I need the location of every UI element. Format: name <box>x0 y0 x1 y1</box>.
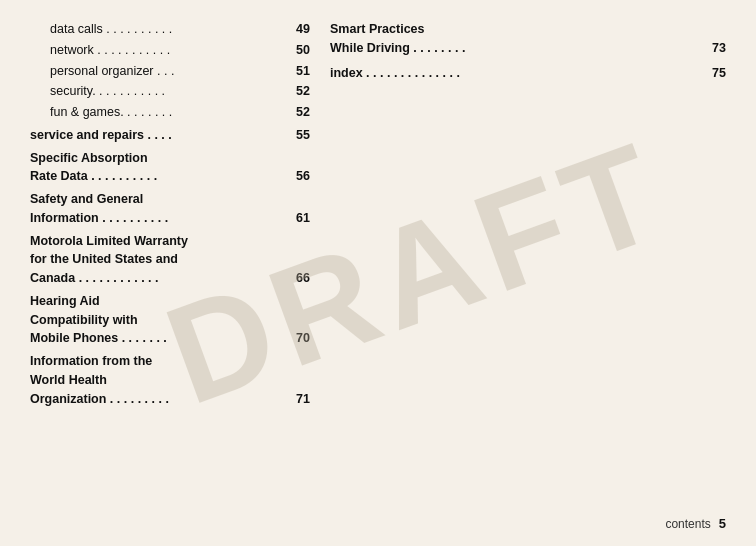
toc-page: 51 <box>286 62 310 81</box>
toc-label: for the United States and <box>30 250 178 269</box>
toc-label: While Driving . . . . . . . . <box>330 39 465 58</box>
toc-label: service and repairs . . . . <box>30 126 172 145</box>
toc-line: Specific Absorption <box>30 149 310 168</box>
toc-security: security. . . . . . . . . . . 52 <box>30 82 310 101</box>
toc-label: Canada . . . . . . . . . . . . <box>30 269 159 288</box>
toc-hearing-aid: Hearing Aid Compatibility with Mobile Ph… <box>30 292 310 348</box>
left-column: data calls . . . . . . . . . . 49 networ… <box>30 20 310 412</box>
footer-page: 5 <box>719 516 726 531</box>
toc-line: Mobile Phones . . . . . . . 70 <box>30 329 310 348</box>
toc-personal-organizer: personal organizer . . . 51 <box>30 62 310 81</box>
toc-label: fun & games. . . . . . . . <box>50 103 172 122</box>
toc-label: network . . . . . . . . . . . <box>50 41 170 60</box>
toc-page: 50 <box>286 41 310 60</box>
toc-label: Information from the <box>30 352 152 371</box>
toc-who-information: Information from the World Health Organi… <box>30 352 310 408</box>
toc-label: Motorola Limited Warranty <box>30 232 188 251</box>
toc-label: Hearing Aid <box>30 292 100 311</box>
toc-page: 49 <box>286 20 310 39</box>
toc-page: 66 <box>286 269 310 288</box>
toc-label: data calls . . . . . . . . . . <box>50 20 172 39</box>
toc-line: Information . . . . . . . . . . 61 <box>30 209 310 228</box>
footer: contents 5 <box>665 516 726 531</box>
toc-page: 52 <box>286 103 310 122</box>
page-container: DRAFT data calls . . . . . . . . . . 49 … <box>0 0 756 546</box>
toc-motorola-warranty: Motorola Limited Warranty for the United… <box>30 232 310 288</box>
toc-line: Information from the <box>30 352 310 371</box>
toc-label: Information . . . . . . . . . . <box>30 209 168 228</box>
toc-service-repairs: service and repairs . . . . 55 <box>30 126 310 145</box>
toc-safety-general: Safety and General Information . . . . .… <box>30 190 310 228</box>
toc-label: Specific Absorption <box>30 149 148 168</box>
toc-line: Rate Data . . . . . . . . . . 56 <box>30 167 310 186</box>
toc-label: Compatibility with <box>30 311 138 330</box>
toc-fun-games: fun & games. . . . . . . . 52 <box>30 103 310 122</box>
footer-label: contents <box>665 517 710 531</box>
toc-page: 56 <box>286 167 310 186</box>
toc-label: security. . . . . . . . . . . <box>50 82 165 101</box>
right-column: Smart Practices While Driving . . . . . … <box>310 20 726 412</box>
toc-smart-practices: Smart Practices While Driving . . . . . … <box>330 20 726 58</box>
toc-line: Organization . . . . . . . . . 71 <box>30 390 310 409</box>
toc-page: 75 <box>702 64 726 83</box>
toc-line: While Driving . . . . . . . . 73 <box>330 39 726 58</box>
toc-label: index . . . . . . . . . . . . . . <box>330 64 460 83</box>
toc-index: index . . . . . . . . . . . . . . 75 <box>330 64 726 83</box>
toc-line: Safety and General <box>30 190 310 209</box>
toc-label: Smart Practices <box>330 20 425 39</box>
toc-label: Mobile Phones . . . . . . . <box>30 329 167 348</box>
toc-line: Smart Practices <box>330 20 726 39</box>
toc-line: Canada . . . . . . . . . . . . 66 <box>30 269 310 288</box>
toc-label: Safety and General <box>30 190 143 209</box>
toc-label: Organization . . . . . . . . . <box>30 390 169 409</box>
toc-page: 61 <box>286 209 310 228</box>
toc-specific-absorption: Specific Absorption Rate Data . . . . . … <box>30 149 310 187</box>
toc-label: World Health <box>30 371 107 390</box>
toc-page: 52 <box>286 82 310 101</box>
toc-label: Rate Data . . . . . . . . . . <box>30 167 157 186</box>
toc-line: World Health <box>30 371 310 390</box>
content-area: data calls . . . . . . . . . . 49 networ… <box>0 0 756 432</box>
toc-page: 73 <box>702 39 726 58</box>
toc-page: 71 <box>286 390 310 409</box>
toc-data-calls: data calls . . . . . . . . . . 49 <box>30 20 310 39</box>
toc-label: personal organizer . . . <box>50 62 174 81</box>
toc-line: for the United States and <box>30 250 310 269</box>
toc-line: Motorola Limited Warranty <box>30 232 310 251</box>
toc-page: 55 <box>286 126 310 145</box>
toc-line: Hearing Aid <box>30 292 310 311</box>
toc-page: 70 <box>286 329 310 348</box>
toc-network: network . . . . . . . . . . . 50 <box>30 41 310 60</box>
toc-line: Compatibility with <box>30 311 310 330</box>
